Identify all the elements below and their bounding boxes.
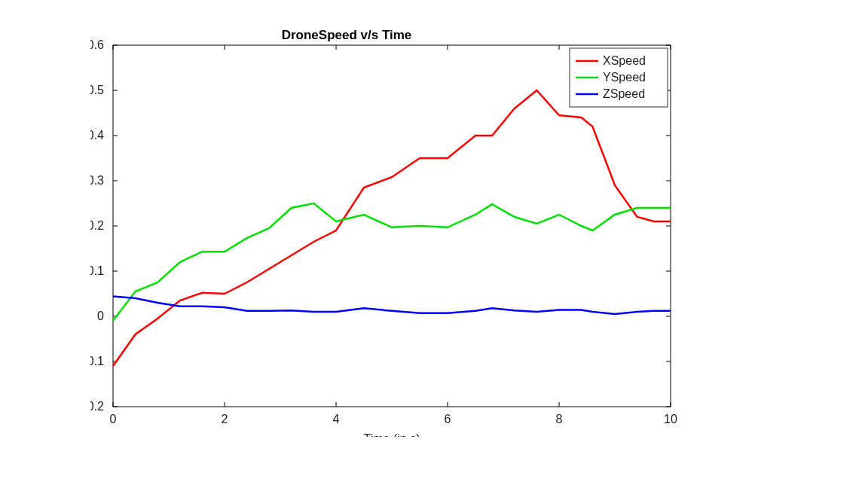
x-tick-label: 6 [445,413,451,425]
y-tick-label: 0.3 [90,174,104,187]
legend-label: ZSpeed [603,87,645,100]
x-tick-label: 2 [222,413,228,425]
series-group [113,90,671,366]
y-tick-label: -0.2 [90,400,104,413]
y-tick-label: 0.1 [90,264,104,277]
x-tick-label: 10 [664,413,677,425]
y-tick-label: 0.2 [90,219,104,232]
legend-label: YSpeed [603,71,646,84]
x-tick-label: 0 [110,413,117,425]
x-tick-label: 4 [333,413,340,425]
series-yspeed [113,203,671,321]
series-zspeed [113,297,671,314]
y-tick-label: 0.4 [90,129,104,142]
x-axis-label: Time (in s) [364,432,420,437]
chart-title: DroneSpeed v/s Time [282,30,412,42]
legend-label: XSpeed [603,54,646,67]
y-tick-label: 0 [97,310,104,322]
legend: XSpeedYSpeedZSpeed [570,48,668,107]
x-tick-label: 8 [556,413,563,425]
y-tick-label: 0.5 [90,84,104,96]
chart-container: 0246810-0.2-0.100.10.20.30.40.50.6Time (… [0,0,868,488]
y-tick-label: 0.6 [90,38,104,51]
chart-svg: 0246810-0.2-0.100.10.20.30.40.50.6Time (… [90,30,678,437]
y-tick-label: -0.1 [90,355,104,368]
